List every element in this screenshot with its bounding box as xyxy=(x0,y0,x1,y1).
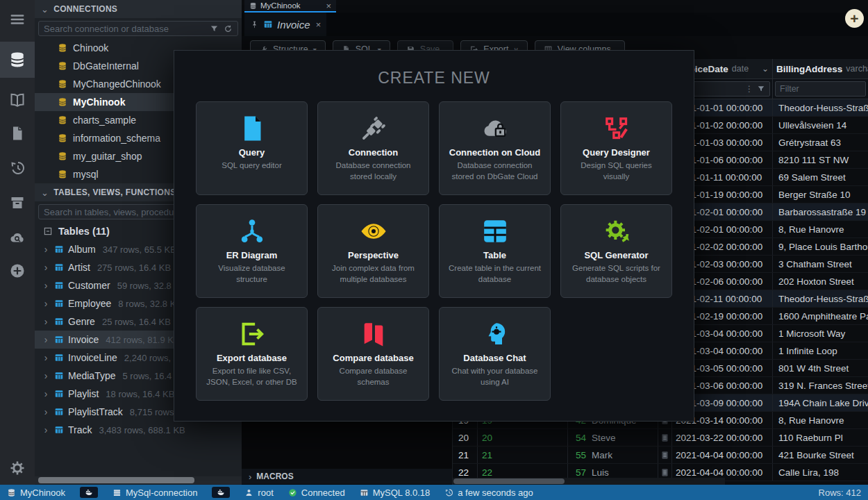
chevron-right-icon[interactable]: › xyxy=(42,316,50,327)
status-database[interactable]: MyChinook xyxy=(7,488,65,498)
connections-search-input[interactable]: Search connection or database xyxy=(38,21,238,36)
create-new-tile[interactable]: Table Create table in the current databa… xyxy=(439,204,551,298)
create-new-tile[interactable]: Perspective Join complex data from multi… xyxy=(317,204,429,298)
document-icon xyxy=(660,433,669,442)
cell-billing-address[interactable]: 8210 111 ST NW xyxy=(773,151,868,168)
table-row[interactable]: 21 21 55 Mark 2021-04-04 00:00:00 421 Bo… xyxy=(453,447,868,464)
chevron-right-icon[interactable]: › xyxy=(42,370,50,381)
macros-section-header[interactable]: › MACROS xyxy=(242,469,452,484)
table-row[interactable]: 20 20 54 Steve 2021-03-22 00:00:00 110 R… xyxy=(453,429,868,447)
cell-billing-address[interactable]: 1 Infinite Loop xyxy=(773,342,868,359)
create-new-tile[interactable]: Query SQL query editor xyxy=(196,101,308,195)
close-icon[interactable]: × xyxy=(326,1,331,10)
cell-billing-address[interactable]: 8, Rue Hanovre xyxy=(773,221,868,238)
sort-chevron-icon[interactable]: ⌄ xyxy=(762,64,769,74)
database-icon xyxy=(58,151,67,161)
sidebar-item-history[interactable] xyxy=(0,153,35,183)
filter-icon[interactable] xyxy=(757,85,765,93)
row-detail-button[interactable] xyxy=(658,429,672,446)
create-new-tile[interactable]: Export database Export to file like CSV,… xyxy=(196,307,308,401)
docker-icon xyxy=(217,488,225,497)
status-connection[interactable]: MySql-connection xyxy=(112,488,197,498)
filter-icon[interactable] xyxy=(210,24,219,33)
docker-badge[interactable] xyxy=(80,487,98,498)
cell-billing-address[interactable]: 194A Chain Lake Drive xyxy=(773,394,868,411)
create-new-tiles: Query SQL query editor Connection Databa… xyxy=(196,101,674,401)
cell-billing-address[interactable]: Berger Straße 10 xyxy=(773,186,868,203)
settings-button[interactable] xyxy=(0,453,35,483)
tab-label: Invoice xyxy=(277,19,310,31)
sidebar-item-favorites[interactable] xyxy=(0,85,35,115)
cell-invoice-id[interactable]: 20 xyxy=(478,429,568,446)
sidebar-item-add[interactable] xyxy=(0,256,35,286)
new-tab-button[interactable]: + xyxy=(845,9,864,28)
cell-billing-address[interactable]: Barbarossastraße 19 xyxy=(773,203,868,220)
sidebar-item-archive[interactable] xyxy=(0,188,35,218)
tab-table-invoice[interactable]: Invoice × xyxy=(244,12,326,36)
cell-billing-address[interactable]: 1 Microsoft Way xyxy=(773,325,868,342)
menu-button[interactable] xyxy=(0,4,35,35)
tile-title: ER Diagram xyxy=(197,250,307,260)
tile-description: SQL query editor xyxy=(197,160,307,172)
create-new-tile[interactable]: Database Chat Chat with your database us… xyxy=(439,307,551,401)
sidebar-item-cloud[interactable] xyxy=(0,222,35,253)
docker-badge[interactable] xyxy=(212,487,230,498)
cell-billing-address[interactable]: 3 Chatham Street xyxy=(773,256,868,272)
chevron-right-icon[interactable]: › xyxy=(42,298,50,309)
tile-icon xyxy=(238,115,266,142)
tab-database-mychinook[interactable]: MyChinook × xyxy=(244,0,336,12)
chevron-right-icon[interactable]: › xyxy=(42,262,50,273)
connections-header[interactable]: ⌄ CONNECTIONS xyxy=(35,0,242,18)
create-new-tile[interactable]: Compare database Compare database schema… xyxy=(317,307,429,401)
chevron-right-icon[interactable]: › xyxy=(42,424,50,435)
cell-billing-address[interactable]: 69 Salem Street xyxy=(773,169,868,185)
database-icon xyxy=(7,488,16,497)
refresh-icon[interactable] xyxy=(224,24,233,33)
header-billing-address[interactable]: BillingAddress varchar (70) xyxy=(773,59,868,78)
kebab-menu-icon[interactable]: ⋮ xyxy=(745,84,753,94)
cell-billing-address[interactable]: 9, Place Louis Barthou xyxy=(773,238,868,255)
cell-billing-address[interactable]: Theodor-Heuss-Straße 34 xyxy=(773,99,868,116)
chevron-right-icon[interactable]: › xyxy=(42,334,50,345)
cell-customer-id[interactable]: 55 Mark xyxy=(568,447,658,463)
database-icon xyxy=(58,79,67,89)
chevron-right-icon[interactable]: › xyxy=(42,388,50,399)
chevron-right-icon[interactable]: › xyxy=(42,406,50,417)
cell-billing-address[interactable]: 801 W 4th Street xyxy=(773,360,868,376)
document-icon xyxy=(660,468,669,477)
cell-billing-address[interactable]: 421 Bourke Street xyxy=(773,447,868,463)
create-new-tile[interactable]: Query Designer Design SQL queries visual… xyxy=(560,101,672,195)
chevron-right-icon[interactable]: › xyxy=(42,280,50,291)
tile-title: Connection on Cloud xyxy=(440,147,550,158)
cell-invoice-date[interactable]: 2021-04-04 00:00:00 xyxy=(672,447,773,463)
filter-billing-address[interactable]: Filter xyxy=(773,79,868,99)
cell-billing-address[interactable]: 8, Rue Hanovre xyxy=(773,412,868,428)
collapse-icon[interactable] xyxy=(43,226,53,236)
cell-invoice-id[interactable]: 21 xyxy=(478,447,568,463)
cell-billing-address[interactable]: 319 N. Frances Street xyxy=(773,377,868,394)
chevron-right-icon[interactable]: › xyxy=(42,352,50,363)
left-panel-scrollbar-thumb[interactable] xyxy=(38,477,194,483)
cell-billing-address[interactable]: 202 Hoxton Street xyxy=(773,273,868,290)
create-new-tile[interactable]: Connection on Cloud Database connection … xyxy=(439,101,551,195)
grid-scrollbar-thumb[interactable] xyxy=(453,478,565,484)
cell-billing-address[interactable]: Theodor-Heuss-Straße 34 xyxy=(773,290,868,307)
sidebar-item-files[interactable] xyxy=(0,118,35,149)
cell-billing-address[interactable]: Calle Lira, 198 xyxy=(773,464,868,481)
close-icon[interactable]: × xyxy=(315,20,321,29)
row-detail-button[interactable] xyxy=(658,447,672,463)
cell-billing-address[interactable]: 110 Raeburn Pl xyxy=(773,429,868,446)
sidebar-item-databases[interactable] xyxy=(0,42,35,78)
tile-title: Connection xyxy=(318,147,428,158)
cell-invoice-date[interactable]: 2021-03-22 00:00:00 xyxy=(672,429,773,446)
cell-billing-address[interactable]: 1600 Amphitheatre Parkway xyxy=(773,308,868,324)
table-item[interactable]: › Track 3,483 rows, 688.1 KB xyxy=(35,421,242,439)
chevron-right-icon[interactable]: › xyxy=(42,244,50,255)
create-new-tile[interactable]: Connection Database connection stored lo… xyxy=(317,101,429,195)
create-new-tile[interactable]: SQL Generator Generate SQL scripts for d… xyxy=(560,204,672,298)
cell-billing-address[interactable]: Ullevålsveien 14 xyxy=(773,117,868,133)
cell-customer-id[interactable]: 54 Steve xyxy=(568,429,658,446)
pin-icon[interactable] xyxy=(250,20,259,29)
create-new-tile[interactable]: ER Diagram Visualize database structure xyxy=(196,204,308,298)
cell-billing-address[interactable]: Grétrystraat 63 xyxy=(773,134,868,151)
